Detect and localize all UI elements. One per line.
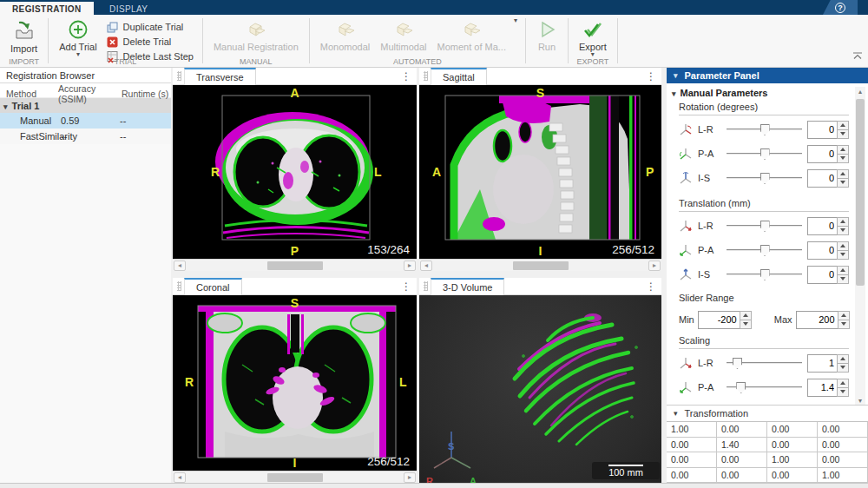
slider-thumb[interactable] (760, 124, 770, 135)
sagittal-slice-scrollbar[interactable]: ◂ ▸ (419, 259, 661, 271)
scroll-right-icon[interactable]: ▸ (404, 472, 416, 483)
drag-grip-icon[interactable] (177, 71, 181, 81)
browser-row-manual[interactable]: Manual 0.59 -- (0, 113, 171, 129)
slider-thumb[interactable] (760, 245, 770, 256)
tab-coronal[interactable]: Coronal (184, 278, 242, 295)
matrix-cell[interactable]: 0.00 (667, 438, 717, 453)
translation-pa-slider[interactable] (727, 243, 802, 257)
translation-is-slider[interactable] (727, 267, 802, 281)
matrix-cell[interactable]: 0.00 (818, 452, 868, 468)
spin-down-button[interactable] (838, 320, 850, 329)
transverse-menu-icon[interactable]: ⋮ (401, 70, 411, 82)
transverse-slice-scrollbar[interactable]: ◂ ▸ (173, 259, 417, 271)
drag-grip-icon[interactable] (424, 281, 428, 291)
tab-sagittal[interactable]: Sagittal (431, 68, 487, 85)
scroll-thumb[interactable] (513, 261, 569, 270)
matrix-cell[interactable]: 0.00 (667, 468, 717, 484)
rotation-lr-input[interactable] (807, 121, 837, 139)
spin-up-button[interactable] (837, 121, 849, 130)
spin-up-button[interactable] (837, 266, 849, 275)
matrix-cell[interactable]: 0.00 (767, 438, 818, 453)
spin-up-button[interactable] (837, 169, 849, 179)
translation-pa-input[interactable] (807, 241, 837, 260)
rotation-pa-input[interactable] (807, 145, 837, 163)
collapse-toolstrip-button[interactable] (852, 48, 863, 63)
slider-thumb[interactable] (760, 269, 770, 280)
tab-transverse[interactable]: Transverse (184, 68, 256, 85)
rotation-pa-slider[interactable] (727, 147, 802, 161)
spin-up-button[interactable] (838, 311, 850, 320)
spin-down-button[interactable] (837, 179, 849, 188)
matrix-cell[interactable]: 1.00 (767, 452, 818, 468)
rotation-is-input[interactable] (807, 169, 837, 188)
scaling-lr-slider[interactable] (727, 356, 802, 370)
rotation-lr-slider[interactable] (727, 122, 802, 136)
spin-up-button[interactable] (837, 145, 849, 155)
matrix-cell[interactable]: 1.00 (818, 468, 868, 484)
scroll-left-icon[interactable]: ◂ (420, 260, 432, 271)
range-max-input[interactable] (796, 311, 838, 329)
slider-thumb[interactable] (760, 148, 770, 160)
volume-menu-icon[interactable]: ⋮ (646, 280, 656, 293)
scroll-up-icon[interactable]: ▴ (855, 87, 865, 97)
translation-lr-slider[interactable] (727, 219, 802, 233)
spin-down-button[interactable] (837, 155, 849, 163)
export-button[interactable]: Export ▾ (574, 18, 612, 58)
scroll-right-icon[interactable]: ▸ (648, 260, 661, 271)
volume-image[interactable]: S R A 100 mm (419, 295, 661, 483)
sagittal-image[interactable]: S A P I 256/512 (419, 85, 661, 259)
spin-down-button[interactable] (837, 130, 849, 139)
scroll-left-icon[interactable]: ◂ (174, 472, 186, 483)
parameter-panel-header[interactable]: ▾ Parameter Panel (667, 68, 868, 83)
coronal-slice-scrollbar[interactable]: ◂ ▸ (173, 471, 417, 483)
slider-thumb[interactable] (736, 382, 746, 393)
scroll-track[interactable] (187, 260, 403, 271)
matrix-cell[interactable]: 0.00 (818, 438, 868, 453)
spin-down-button[interactable] (837, 275, 849, 284)
matrix-cell[interactable]: 1.00 (667, 422, 717, 438)
slider-thumb[interactable] (760, 173, 770, 184)
spin-down-button[interactable] (837, 251, 849, 260)
matrix-cell[interactable]: 1.40 (717, 438, 767, 453)
collapse-icon[interactable]: ▾ (674, 71, 678, 80)
scroll-thumb[interactable] (856, 99, 865, 286)
rotation-is-slider[interactable] (727, 171, 802, 185)
scroll-track[interactable] (187, 472, 403, 483)
transformation-header[interactable]: ▾ Transformation (667, 405, 868, 421)
transverse-image[interactable]: A R L P 153/264 (173, 85, 417, 259)
spin-down-button[interactable] (837, 388, 849, 397)
matrix-cell[interactable]: 0.00 (717, 452, 767, 468)
matrix-cell[interactable]: 0.00 (767, 468, 818, 484)
import-button[interactable]: Import (5, 18, 43, 55)
scroll-right-icon[interactable]: ▸ (404, 260, 416, 271)
coronal-image[interactable]: S R L I 256/512 (173, 295, 417, 471)
range-min-input[interactable] (698, 311, 740, 329)
spin-up-button[interactable] (837, 354, 849, 364)
scroll-thumb[interactable] (267, 261, 323, 270)
matrix-cell[interactable]: 0.00 (818, 422, 868, 438)
duplicate-trial-button[interactable]: Duplicate Trial (102, 20, 197, 34)
spin-down-button[interactable] (740, 320, 752, 329)
coronal-menu-icon[interactable]: ⋮ (401, 280, 411, 293)
matrix-cell[interactable]: 0.00 (667, 452, 717, 468)
scroll-track[interactable] (433, 260, 648, 271)
manual-parameters-header[interactable]: ▾ Manual Parameters (672, 85, 849, 101)
spin-up-button[interactable] (837, 379, 849, 388)
drag-grip-icon[interactable] (424, 71, 428, 81)
matrix-cell[interactable]: 0.00 (767, 422, 818, 438)
tab-3d-volume[interactable]: 3-D Volume (431, 278, 504, 295)
spin-down-button[interactable] (837, 364, 849, 373)
spin-up-button[interactable] (837, 217, 849, 227)
browser-row-fastsimilarity[interactable]: FastSimilarity -- -- (0, 129, 171, 144)
scaling-lr-input[interactable] (807, 354, 837, 373)
drag-grip-icon[interactable] (177, 281, 181, 291)
manual-registration-button[interactable]: Manual Registration (208, 18, 304, 53)
matrix-cell[interactable]: 0.00 (717, 422, 767, 438)
scroll-left-icon[interactable]: ◂ (174, 260, 186, 271)
scroll-thumb[interactable] (267, 473, 323, 482)
slider-thumb[interactable] (733, 358, 742, 369)
monomodal-button[interactable]: Monomodal (315, 18, 375, 53)
spin-up-button[interactable] (837, 241, 849, 251)
run-button[interactable]: Run (531, 18, 562, 53)
sagittal-menu-icon[interactable]: ⋮ (646, 70, 656, 82)
